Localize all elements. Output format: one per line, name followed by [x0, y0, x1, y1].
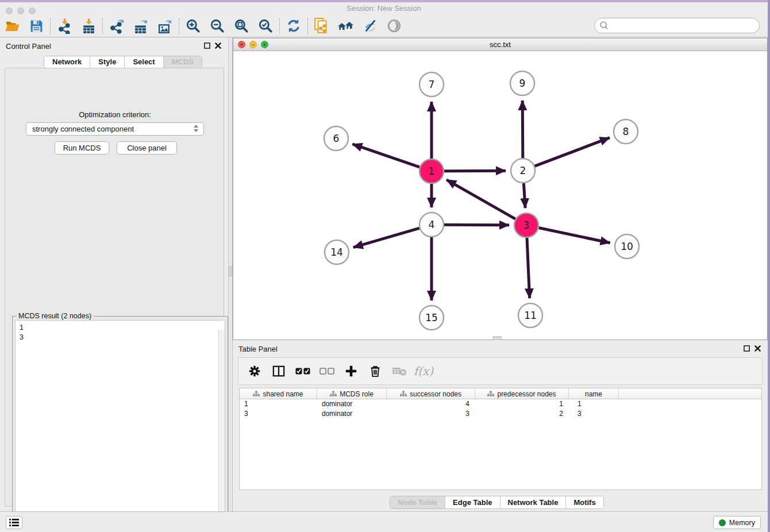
export-image-icon[interactable] — [153, 16, 177, 36]
import-network-icon[interactable] — [52, 16, 76, 36]
close-panel-icon[interactable] — [215, 43, 221, 49]
cell-successor-nodes[interactable]: 4 — [387, 399, 475, 409]
clone-network-icon[interactable] — [310, 16, 334, 36]
network-canvas[interactable]: 7968124314101511 — [233, 51, 767, 340]
minimize-window-icon[interactable] — [17, 7, 24, 14]
table-header-row: shared name MCDS role successor nodes pr… — [240, 388, 761, 399]
graph-node-7[interactable]: 7 — [419, 72, 444, 97]
edge-3-to-1[interactable] — [446, 180, 515, 219]
cell-mcds-role[interactable]: dominator — [317, 409, 387, 419]
table-row[interactable]: 1 dominator 4 1 1 — [240, 399, 761, 409]
open-file-icon[interactable] — [0, 16, 24, 36]
hide-details-icon[interactable] — [358, 16, 382, 36]
horizontal-splitter-grip[interactable] — [492, 336, 502, 340]
tab-mcds[interactable]: MCDS — [164, 56, 202, 68]
export-network-icon[interactable] — [105, 16, 129, 36]
close-panel-icon[interactable] — [754, 345, 761, 352]
column-header[interactable]: predecessor nodes — [475, 388, 569, 399]
cell-successor-nodes[interactable]: 3 — [387, 409, 475, 419]
app-title: Session: New Session — [0, 2, 768, 15]
tab-network[interactable]: Network — [44, 56, 90, 68]
criterion-value: strongly connected component — [32, 125, 134, 133]
save-session-icon[interactable] — [24, 16, 48, 36]
graph-node-14[interactable]: 14 — [325, 240, 349, 264]
edge-2-to-3[interactable] — [523, 183, 525, 208]
tab-edge-table[interactable]: Edge Table — [445, 496, 500, 508]
column-header[interactable]: shared name — [240, 388, 317, 399]
edge-1-to-6[interactable] — [352, 144, 419, 167]
cell-name[interactable]: 1 — [569, 399, 619, 409]
table-row[interactable]: 3 dominator 3 2 3 — [240, 409, 761, 419]
column-header[interactable]: name — [569, 388, 619, 399]
result-scrollbar[interactable] — [218, 330, 225, 532]
memory-button[interactable]: Memory — [713, 516, 761, 529]
tab-network-table[interactable]: Network Table — [500, 496, 567, 508]
edge-3-to-11[interactable] — [527, 238, 530, 298]
birds-eye-icon[interactable] — [382, 16, 406, 36]
function-builder-icon[interactable]: f(x) — [413, 361, 434, 381]
cell-predecessor-nodes[interactable]: 2 — [475, 409, 569, 419]
edge-1-to-2[interactable] — [444, 171, 506, 171]
select-all-icon[interactable] — [292, 361, 313, 381]
zoom-fit-icon[interactable] — [229, 16, 253, 36]
show-columns-icon[interactable] — [268, 361, 289, 381]
status-bar: Memory — [0, 511, 768, 532]
edge-2-to-8[interactable] — [535, 138, 610, 167]
graph-node-8[interactable]: 8 — [614, 119, 638, 144]
graph-node-6[interactable]: 6 — [324, 126, 348, 151]
splitter-grip[interactable] — [228, 266, 232, 276]
graph-node-3[interactable]: 3 — [514, 213, 538, 237]
table-settings-icon[interactable] — [244, 361, 265, 381]
criterion-dropdown[interactable]: strongly connected component — [26, 122, 204, 136]
edge-3-to-10[interactable] — [539, 228, 610, 243]
tab-select[interactable]: Select — [125, 56, 163, 68]
apply-layout-icon[interactable] — [282, 16, 306, 36]
delete-row-icon[interactable] — [365, 361, 386, 381]
delete-column-icon[interactable] — [389, 361, 410, 381]
export-table-icon[interactable] — [129, 16, 153, 36]
window-controls[interactable] — [6, 7, 36, 14]
graph-node-1[interactable]: 1 — [419, 159, 444, 183]
tab-motifs[interactable]: Motifs — [566, 496, 603, 508]
task-history-button[interactable] — [6, 516, 22, 529]
zoom-in-icon[interactable] — [181, 16, 205, 36]
minimize-view-icon[interactable]: − — [249, 41, 257, 48]
mcds-result-text[interactable]: 1 3 — [15, 320, 225, 525]
graph-node-9[interactable]: 9 — [510, 71, 534, 95]
column-header[interactable]: MCDS role — [317, 388, 387, 399]
graph-node-10[interactable]: 10 — [615, 234, 639, 259]
search-box[interactable] — [594, 18, 760, 33]
graph-node-2[interactable]: 2 — [511, 159, 535, 183]
run-mcds-button[interactable]: Run MCDS — [55, 141, 109, 155]
close-view-icon[interactable]: ✕ — [238, 41, 245, 48]
add-column-icon[interactable] — [341, 361, 361, 381]
cell-mcds-role[interactable]: dominator — [317, 399, 387, 409]
graph-node-11[interactable]: 11 — [518, 303, 542, 327]
deselect-all-icon[interactable] — [317, 361, 337, 381]
import-table-icon[interactable] — [76, 16, 101, 36]
maximize-view-icon[interactable]: + — [261, 41, 268, 48]
column-header[interactable]: successor nodes — [387, 388, 475, 399]
float-panel-icon[interactable] — [744, 345, 750, 352]
zoom-window-icon[interactable] — [29, 7, 36, 14]
search-input[interactable] — [594, 18, 760, 33]
cell-predecessor-nodes[interactable]: 1 — [475, 399, 569, 409]
edge-4-to-14[interactable] — [353, 228, 419, 247]
cell-shared-name[interactable]: 1 — [240, 399, 317, 409]
close-panel-button[interactable]: Close panel — [117, 141, 177, 155]
vertical-splitter[interactable] — [228, 37, 233, 511]
edge-2-to-9[interactable] — [522, 101, 523, 158]
float-panel-icon[interactable] — [204, 43, 210, 49]
graph-node-15[interactable]: 15 — [419, 306, 444, 330]
zoom-out-icon[interactable] — [205, 16, 229, 36]
tab-style[interactable]: Style — [90, 56, 125, 68]
graph-node-4[interactable]: 4 — [419, 213, 444, 237]
tab-node-table[interactable]: Node Table — [390, 496, 445, 508]
cell-name[interactable]: 3 — [569, 409, 619, 419]
network-window-titlebar[interactable]: ✕ − + scc.txt — [233, 38, 767, 51]
cell-shared-name[interactable]: 3 — [240, 409, 317, 419]
first-neighbors-icon[interactable] — [334, 16, 358, 36]
edge-4-to-3[interactable] — [444, 225, 509, 225]
close-window-icon[interactable] — [6, 7, 13, 14]
zoom-selected-icon[interactable] — [253, 16, 278, 36]
